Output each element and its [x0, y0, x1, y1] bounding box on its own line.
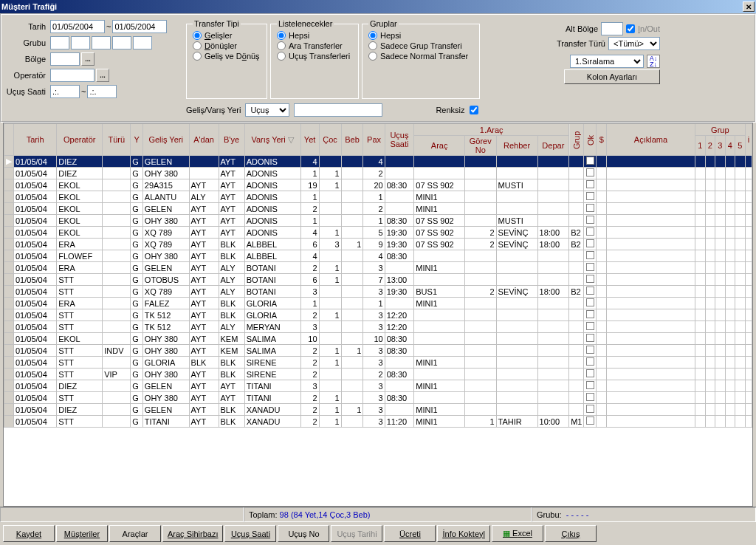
col-gorev-no[interactable]: GörevNo — [464, 136, 496, 156]
radio-sadece-normal[interactable]: Sadece Normal Transfer — [368, 52, 473, 61]
radio-gelisler[interactable]: Gelişler — [193, 31, 261, 40]
kaydet-button[interactable]: Kaydet — [3, 525, 55, 542]
ucus-saati-to[interactable] — [87, 85, 117, 98]
col-y[interactable]: Y — [131, 124, 143, 156]
table-row[interactable]: 01/05/04EKOLGALANTUALYAYTADONIS11MINI1 — [4, 191, 752, 203]
table-row[interactable]: 01/05/04EKOLGGELENAYTAYTADONIS22MINI1 — [4, 203, 752, 215]
grubu-input-3[interactable] — [92, 36, 111, 49]
col-grup-group[interactable]: Grup — [695, 124, 745, 136]
gelis-varis-select[interactable]: Uçuş — [245, 103, 289, 117]
col-arac-group[interactable]: 1.Araç — [414, 124, 569, 136]
ucus-tarihi-button[interactable]: Uçuş Tarihi — [331, 525, 382, 542]
transfer-turu-select[interactable]: <Tümü> — [608, 37, 660, 50]
araclar-button[interactable]: Araçlar — [109, 525, 161, 542]
table-row[interactable]: 01/05/04EKOLGXQ 789AYTAYTADONIS41519:300… — [4, 227, 752, 239]
radio-gelis-ve-donus[interactable]: Geliş ve Dönüş — [193, 52, 261, 61]
inout-label: In/Out — [638, 24, 660, 33]
col-varis-yeri[interactable]: Varış Yeri ▽ — [244, 124, 300, 156]
radio-hepsi[interactable]: Hepsi — [277, 31, 352, 40]
table-row[interactable]: 01/05/04STTVIPGOHY 380AYTBLKSIRENE2208:3… — [4, 369, 752, 380]
col-yet[interactable]: Yet — [300, 124, 319, 156]
table-row[interactable]: 01/05/04STTGTK 512AYTALYMERYAN3312:20 — [4, 321, 752, 333]
cikis-button[interactable]: Çıkış — [545, 525, 597, 542]
bolge-lookup-button[interactable]: ... — [81, 52, 94, 66]
col-gelis-yeri[interactable]: Geliş Yeri — [142, 124, 189, 156]
radio-gruplar-hepsi[interactable]: Hepsi — [368, 31, 473, 40]
siralama-select[interactable]: 1.Sıralama — [570, 55, 644, 68]
grubu-input-1[interactable] — [50, 36, 69, 49]
table-row[interactable]: 01/05/04STTINDVGOHY 380AYTKEMSALIMA21130… — [4, 345, 752, 357]
alt-bolge-label: Alt Bölge — [566, 24, 598, 33]
table-row[interactable]: 01/05/04ERAGGELENAYTALYBOTANI213MINI1 — [4, 262, 752, 274]
table-row[interactable]: 01/05/04DIEZGGELENAYTAYTTITANI33MINI1 — [4, 380, 752, 392]
table-row[interactable]: 01/05/04STTGOHY 380AYTAYTTITANI21308:30 — [4, 392, 752, 404]
col-adan[interactable]: A'dan — [189, 124, 219, 156]
tarih-from-input[interactable] — [50, 20, 105, 33]
window-title: Müşteri Trafiği — [1, 2, 57, 11]
col-g2[interactable]: 2 — [705, 136, 715, 156]
close-icon[interactable]: ✕ — [743, 1, 755, 12]
bolge-input[interactable] — [50, 52, 80, 66]
table-row[interactable]: 01/05/04STTGTITANIAYTBLKXANADU21311:20MI… — [4, 416, 752, 428]
ucus-saati-from[interactable] — [50, 85, 80, 98]
sort-icon[interactable]: A↓Z↓ — [647, 55, 660, 68]
col-turu[interactable]: Türü — [103, 124, 131, 156]
table-row[interactable]: ▶01/05/04DIEZGGELENAYTADONIS44 — [4, 156, 752, 168]
table-row[interactable]: 01/05/04ERAGFALEZAYTBLKGLORIA11MINI1 — [4, 298, 752, 309]
table-row[interactable]: 01/05/04STTGXQ 789AYTALYBOTANI3319:30BUS… — [4, 286, 752, 298]
inout-checkbox[interactable] — [626, 24, 635, 33]
col-arac[interactable]: Araç — [414, 136, 465, 156]
col-g1[interactable]: 1 — [695, 136, 705, 156]
radio-donusler[interactable]: Dönüşler — [193, 41, 261, 50]
ucus-no-button[interactable]: Uçuş No — [278, 525, 329, 542]
col-g4[interactable]: 4 — [725, 136, 735, 156]
col-ok[interactable]: Ok — [584, 124, 597, 156]
arac-sihirbazi-button[interactable]: Araç Sihirbazı — [162, 525, 223, 542]
col-g3[interactable]: 3 — [715, 136, 726, 156]
col-dolar[interactable]: $ — [597, 124, 607, 156]
table-row[interactable]: 01/05/04DIEZGGELENAYTBLKXANADU2113MINI1 — [4, 404, 752, 416]
kolon-ayarlari-button[interactable]: Kolon Ayarları — [564, 69, 660, 84]
ucreti-button[interactable]: Ücreti — [384, 525, 436, 542]
renksiz-checkbox[interactable] — [470, 106, 478, 114]
col-depar[interactable]: Depar — [537, 136, 569, 156]
alt-bolge-input[interactable] — [601, 22, 623, 35]
ucus-saati-button[interactable]: Uçuş Saati — [224, 525, 276, 542]
col-tarih[interactable]: Tarih — [14, 124, 57, 156]
table-row[interactable]: 01/05/04STTGTK 512AYTBLKGLORIA21312:20 — [4, 309, 752, 321]
table-row[interactable]: 01/05/04STTGGLORIABLKBLKSIRENE213MINI1 — [4, 357, 752, 369]
operator-input[interactable] — [50, 69, 94, 82]
info-kokteyl-button[interactable]: İnfo Kokteyl — [437, 525, 489, 542]
radio-ara-transferler[interactable]: Ara Transferler — [277, 41, 352, 50]
col-rehber[interactable]: Rehber — [496, 136, 537, 156]
table-row[interactable]: 01/05/04EKOLG29A315AYTAYTADONIS1912008:3… — [4, 179, 752, 191]
excel-button[interactable]: ▦ Excel — [492, 525, 543, 542]
col-operator[interactable]: Operatör — [57, 124, 103, 156]
transfer-tipi-legend: Transfer Tipi — [193, 19, 241, 28]
radio-sadece-grup[interactable]: Sadece Grup Transferi — [368, 41, 473, 50]
col-aciklama[interactable]: Açıklama — [606, 124, 695, 156]
col-ucus-saati[interactable]: UçuşSaati — [385, 124, 414, 156]
col-i[interactable]: i — [745, 124, 752, 156]
col-beb[interactable]: Beb — [341, 124, 363, 156]
radio-ucus-transferleri[interactable]: Uçuş Transferleri — [277, 52, 352, 61]
table-row[interactable]: 01/05/04FLOWEFGOHY 380AYTBLKALBBEL4408:3… — [4, 250, 752, 262]
col-g5[interactable]: 5 — [735, 136, 746, 156]
col-grup[interactable]: Grup — [569, 124, 584, 156]
table-row[interactable]: 01/05/04STTGOTOBUSAYTALYBOTANI61713:00 — [4, 274, 752, 286]
tarih-to-input[interactable] — [112, 20, 167, 33]
table-row[interactable]: 01/05/04ERAGXQ 789AYTBLKALBBEL631919:300… — [4, 239, 752, 250]
data-grid[interactable]: Tarih Operatör Türü Y Geliş Yeri A'dan B… — [3, 123, 753, 507]
col-coc[interactable]: Çoc — [319, 124, 341, 156]
operator-lookup-button[interactable]: ... — [96, 69, 109, 82]
col-pax[interactable]: Pax — [363, 124, 385, 156]
grubu-input-4[interactable] — [112, 36, 131, 49]
col-bye[interactable]: B'ye — [219, 124, 244, 156]
table-row[interactable]: 01/05/04EKOLGOHY 380AYTKEMSALIMA101008:3… — [4, 333, 752, 345]
table-row[interactable]: 01/05/04EKOLGOHY 380AYTAYTADONIS1108:300… — [4, 215, 752, 227]
grubu-input-5[interactable] — [133, 36, 152, 49]
gelis-varis-input[interactable] — [294, 103, 382, 117]
table-row[interactable]: 01/05/04DIEZGOHY 380AYTADONIS112 — [4, 168, 752, 179]
musteriler-button[interactable]: Müşteriler — [56, 525, 108, 542]
grubu-input-2[interactable] — [71, 36, 90, 49]
